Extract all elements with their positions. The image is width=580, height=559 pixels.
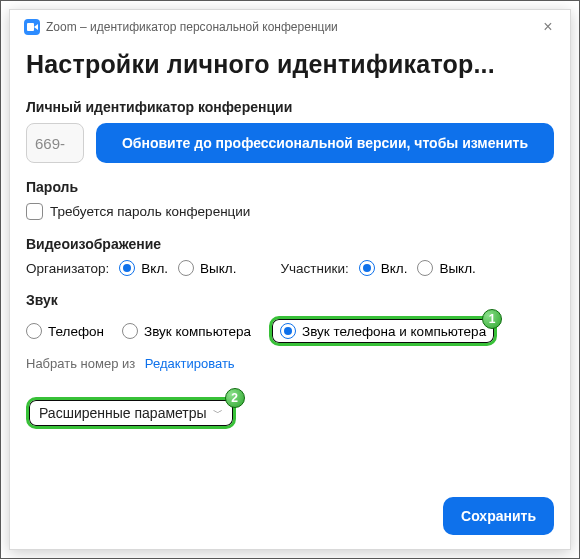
save-button[interactable]: Сохранить: [443, 497, 554, 535]
on-label: Вкл.: [141, 261, 168, 276]
close-icon[interactable]: ×: [532, 18, 564, 36]
participants-label: Участники:: [280, 261, 348, 276]
callout-badge-1: 1: [482, 309, 502, 329]
radio-icon: [26, 323, 42, 339]
chevron-down-icon: ﹀: [213, 406, 223, 420]
radio-icon: [359, 260, 375, 276]
participants-video-off[interactable]: Выкл.: [417, 260, 475, 276]
radio-icon: [119, 260, 135, 276]
audio-both-label: Звук телефона и компьютера: [302, 324, 486, 339]
zoom-app-icon: [24, 19, 40, 35]
off-label: Выкл.: [439, 261, 475, 276]
audio-phone[interactable]: Телефон: [26, 323, 104, 339]
audio-both[interactable]: Звук телефона и компьютера: [280, 323, 486, 339]
advanced-options-toggle[interactable]: Расширенные параметры ﹀ 2: [26, 397, 236, 429]
video-label: Видеоизображение: [26, 236, 554, 252]
require-password-label: Требуется пароль конференции: [50, 204, 250, 219]
pmi-label: Личный идентификатор конференции: [26, 99, 554, 115]
password-label: Пароль: [26, 179, 554, 195]
host-video-on[interactable]: Вкл.: [119, 260, 168, 276]
host-label: Организатор:: [26, 261, 109, 276]
participants-video-on[interactable]: Вкл.: [359, 260, 408, 276]
radio-icon: [417, 260, 433, 276]
window-title: Zoom – идентификатор персональной конфер…: [46, 20, 532, 34]
host-video-off[interactable]: Выкл.: [178, 260, 236, 276]
advanced-label: Расширенные параметры: [39, 405, 207, 421]
callout-1: Звук телефона и компьютера 1: [269, 316, 497, 346]
require-password-checkbox[interactable]: [26, 203, 43, 220]
audio-label: Звук: [26, 292, 554, 308]
dial-from-label: Набрать номер из: [26, 356, 135, 371]
titlebar: Zoom – идентификатор персональной конфер…: [16, 10, 564, 40]
pmi-input: [26, 123, 84, 163]
upgrade-button[interactable]: Обновите до профессиональной версии, что…: [96, 123, 554, 163]
settings-dialog: Zoom – идентификатор персональной конфер…: [9, 9, 571, 550]
callout-badge-2: 2: [225, 388, 245, 408]
page-title: Настройки личного идентификатор...: [26, 50, 554, 79]
on-label: Вкл.: [381, 261, 408, 276]
audio-computer[interactable]: Звук компьютера: [122, 323, 251, 339]
edit-dial-link[interactable]: Редактировать: [145, 356, 235, 371]
audio-phone-label: Телефон: [48, 324, 104, 339]
radio-icon: [280, 323, 296, 339]
radio-icon: [122, 323, 138, 339]
audio-computer-label: Звук компьютера: [144, 324, 251, 339]
off-label: Выкл.: [200, 261, 236, 276]
radio-icon: [178, 260, 194, 276]
